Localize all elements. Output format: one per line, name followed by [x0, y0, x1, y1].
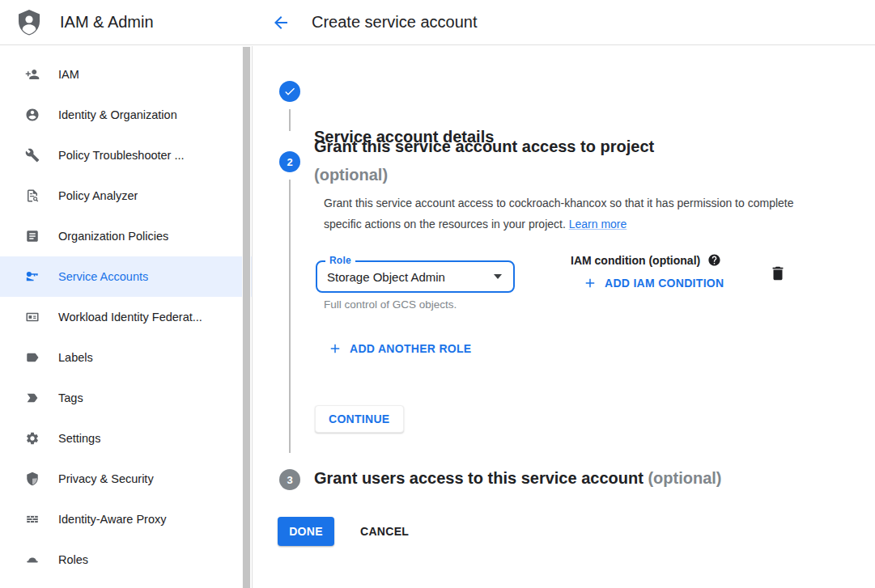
delete-role-button[interactable] — [768, 264, 788, 284]
add-iam-condition-label: ADD IAM CONDITION — [605, 277, 724, 290]
sidebar-item-label: Service Accounts — [58, 270, 148, 283]
arrow-back-icon — [271, 13, 291, 32]
label-tag-icon — [25, 350, 40, 365]
sidebar-item-label: Settings — [58, 432, 100, 445]
step3-number-badge: 3 — [279, 469, 300, 490]
back-button[interactable] — [265, 6, 297, 39]
badge-card-icon — [25, 310, 40, 324]
iam-condition-header: IAM condition (optional) — [571, 253, 721, 267]
service-account-key-icon — [25, 269, 40, 284]
sidebar-item-label: Policy Analyzer — [58, 189, 138, 202]
sidebar-item-tags[interactable]: Tags — [0, 378, 252, 418]
step3-optional-label: (optional) — [648, 469, 721, 487]
add-iam-condition-button[interactable]: ADD IAM CONDITION — [583, 276, 724, 290]
sidebar-item-settings[interactable]: Settings — [0, 418, 252, 459]
sidebar-item-identity-organization[interactable]: Identity & Organization — [0, 95, 252, 135]
product-title: IAM & Admin — [60, 13, 154, 32]
create-service-account-form: Service account details 2 Grant this ser… — [253, 46, 875, 588]
document-lines-icon — [25, 229, 40, 243]
step2-optional-label: (optional) — [314, 166, 388, 184]
role-select-label: Role — [325, 255, 355, 266]
step-connector — [289, 109, 291, 131]
sidebar: IAM Identity & Organization Policy Troub… — [0, 46, 253, 588]
sidebar-item-label: Organization Policies — [58, 230, 168, 243]
sidebar-item-label: Workload Identity Federat... — [58, 311, 202, 324]
firewall-icon — [25, 512, 40, 527]
wrench-icon — [25, 148, 40, 163]
page-title: Create service account — [312, 13, 478, 32]
sidebar-item-organization-policies[interactable]: Organization Policies — [0, 216, 252, 256]
step1-completed-badge — [279, 81, 300, 102]
plus-icon — [583, 276, 597, 290]
account-circle-icon — [25, 108, 40, 122]
step3-number: 3 — [287, 474, 292, 486]
sidebar-scrollbar-thumb[interactable] — [243, 47, 250, 588]
sidebar-item-policy-troubleshooter[interactable]: Policy Troubleshooter ... — [0, 135, 252, 176]
done-button[interactable]: DONE — [278, 517, 334, 546]
cancel-button[interactable]: CANCEL — [347, 517, 422, 546]
sidebar-item-roles[interactable]: Roles — [0, 539, 252, 580]
step3-title-text: Grant users access to this service accou… — [314, 469, 644, 487]
sidebar-item-privacy-security[interactable]: Privacy & Security — [0, 459, 252, 499]
learn-more-link[interactable]: Learn more — [569, 218, 627, 231]
chevron-down-icon — [494, 274, 502, 279]
step2-number-badge: 2 — [279, 151, 300, 172]
sidebar-item-label: Privacy & Security — [58, 472, 154, 485]
role-helper-text: Full control of GCS objects. — [324, 298, 457, 311]
sidebar-item-labels[interactable]: Labels — [0, 337, 252, 378]
gear-icon — [25, 431, 40, 446]
trash-icon — [769, 264, 787, 282]
tag-arrow-icon — [25, 391, 40, 405]
continue-button[interactable]: CONTINUE — [315, 405, 404, 433]
sidebar-item-label: Roles — [58, 553, 88, 566]
step-connector — [289, 180, 291, 453]
shield-icon — [25, 472, 40, 486]
plus-icon — [328, 341, 342, 356]
sidebar-item-label: Identity & Organization — [58, 108, 177, 121]
iam-condition-label: IAM condition (optional) — [571, 254, 700, 267]
sidebar-item-policy-analyzer[interactable]: Policy Analyzer — [0, 176, 252, 216]
add-another-role-button[interactable]: ADD ANOTHER ROLE — [328, 341, 472, 356]
page-header: Create service account — [253, 6, 478, 39]
form-actions: DONE CANCEL — [278, 517, 422, 546]
step2-number: 2 — [287, 156, 292, 168]
sidebar-item-label: Labels — [58, 351, 93, 364]
step2-title[interactable]: Grant this service account access to pro… — [314, 137, 654, 156]
person-add-icon — [25, 67, 40, 82]
role-select[interactable]: Role Storage Object Admin — [316, 260, 515, 293]
sidebar-item-label: Identity-Aware Proxy — [58, 513, 167, 526]
sidebar-scrollbar-track — [242, 46, 251, 588]
sidebar-item-identity-aware-proxy[interactable]: Identity-Aware Proxy — [0, 499, 252, 539]
step2-description: Grant this service account access to coc… — [324, 192, 797, 235]
add-another-role-label: ADD ANOTHER ROLE — [350, 342, 472, 355]
help-icon[interactable] — [707, 253, 721, 267]
hat-icon — [25, 552, 40, 567]
top-header: IAM & Admin Create service account — [0, 0, 875, 45]
step3-title[interactable]: Grant users access to this service accou… — [314, 469, 722, 488]
sidebar-item-label: IAM — [58, 68, 79, 81]
check-icon — [283, 85, 296, 98]
sidebar-item-service-accounts[interactable]: Service Accounts — [0, 256, 252, 297]
product-header: IAM & Admin — [0, 9, 253, 36]
step2-description-text: Grant this service account access to coc… — [324, 197, 794, 231]
sidebar-item-iam[interactable]: IAM — [0, 54, 252, 95]
sidebar-item-label: Policy Troubleshooter ... — [58, 149, 185, 162]
sidebar-item-workload-identity-federation[interactable]: Workload Identity Federat... — [0, 297, 252, 337]
role-select-value: Storage Object Admin — [327, 270, 494, 284]
iam-shield-logo-icon — [16, 9, 42, 36]
document-search-icon — [25, 188, 40, 203]
sidebar-item-label: Tags — [58, 391, 83, 404]
